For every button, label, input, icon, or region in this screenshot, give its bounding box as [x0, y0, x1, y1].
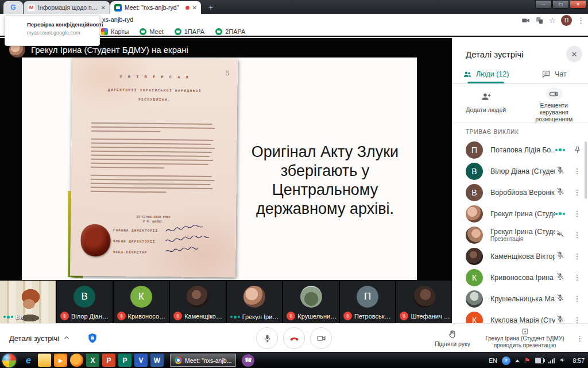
browser-menu-icon[interactable]: ⋮: [577, 17, 585, 24]
privacy-check-popup[interactable]: Перевірка конфіденційності myaccount.goo…: [5, 15, 100, 46]
help-tray-icon[interactable]: ?: [502, 356, 510, 365]
participant-row[interactable]: К Кривоносова Ірина (Ст... ⋮: [452, 267, 588, 288]
bookmark-item[interactable]: Meet: [140, 28, 163, 35]
mic-off-icon: [556, 272, 564, 283]
bookmark-item[interactable]: 2ПАРА: [215, 28, 245, 35]
tab-meet[interactable]: Meet: "nxs-anjb-ryd" ✕: [110, 1, 201, 14]
participant-name: Куклова Марія (Студе...: [490, 316, 555, 324]
file-explorer-icon[interactable]: [38, 354, 51, 367]
panel-title: Деталі зустрічі: [466, 49, 566, 59]
video-tile[interactable]: К Кривоносов...: [114, 281, 169, 323]
video-tile[interactable]: Штефанич О...: [396, 281, 452, 323]
participant-menu-button[interactable]: ⋮: [572, 231, 582, 239]
participant-menu-button[interactable]: ⋮: [572, 252, 582, 260]
firefox-icon[interactable]: [70, 354, 83, 367]
participant-menu-button[interactable]: ⋮: [572, 167, 582, 175]
add-people-button[interactable]: Додати людей: [452, 84, 520, 122]
security-shield-icon[interactable]: [87, 332, 98, 344]
camera-button[interactable]: [310, 327, 332, 349]
participant-menu-button[interactable]: ⋮: [572, 210, 582, 217]
video-tile[interactable]: Крушельниц...: [283, 281, 339, 323]
participant-row[interactable]: В Вілор Діана (Студент ... ⋮: [452, 160, 588, 182]
close-window-button[interactable]: ✕: [570, 0, 586, 9]
bookmark-star-icon[interactable]: ☆: [549, 17, 556, 24]
video-tile[interactable]: В Вілор Діана (...: [57, 281, 113, 323]
self-video-tile[interactable]: Ви: [0, 281, 56, 323]
word-icon[interactable]: W: [150, 354, 164, 367]
scrollbar[interactable]: [585, 141, 587, 199]
host-controls-button[interactable]: Елементи керування розміщенням: [520, 84, 588, 122]
participant-row[interactable]: Крушельницька Марія ... ⋮: [452, 288, 588, 309]
media-player-icon[interactable]: ▶: [54, 354, 67, 367]
url-text[interactable]: xs-anjb-ryd: [102, 16, 133, 23]
tab-people[interactable]: Люди (12): [452, 64, 520, 83]
language-indicator[interactable]: EN: [489, 357, 497, 364]
close-tab-icon[interactable]: ✕: [192, 5, 197, 11]
publisher-icon[interactable]: P: [118, 354, 131, 367]
participant-row[interactable]: К Куклова Марія (Студе... ⋮: [452, 309, 588, 323]
bookmark-label: 1ПАРА: [184, 28, 204, 35]
profile-avatar[interactable]: П: [561, 15, 572, 26]
close-panel-button[interactable]: ✕: [566, 46, 582, 62]
clock[interactable]: 8:57: [573, 357, 585, 364]
presenting-status[interactable]: Грекул Ірина (Студент БДМУ) проводить пр…: [482, 328, 568, 349]
meet-icon: [114, 4, 122, 12]
action-center-flag-icon[interactable]: ⚑: [524, 357, 531, 364]
bookmark-item[interactable]: 1ПАРА: [175, 28, 204, 35]
document-heading: РЕСПУБЛІКИ,: [72, 97, 237, 102]
powerpoint-icon[interactable]: P: [102, 354, 115, 367]
video-tile[interactable]: П Петровська ...: [340, 281, 396, 323]
visio-icon[interactable]: V: [134, 354, 148, 367]
bookmark-item[interactable]: Карты: [101, 28, 129, 35]
avatar: В: [74, 286, 95, 308]
speaking-indicator: [3, 316, 13, 319]
active-task-label: Meet: "nxs-anjb...: [185, 357, 231, 364]
participant-row[interactable]: П Потапова Лідія Бо... (Ви): [452, 139, 588, 160]
tray-expand-icon[interactable]: [515, 359, 520, 362]
more-options-icon[interactable]: ⋮: [576, 335, 583, 342]
participant-row[interactable]: В Воробйова Вероніка (... ⋮: [452, 182, 588, 203]
microphone-button[interactable]: [256, 327, 278, 349]
avatar: [466, 205, 483, 223]
participant-menu-button[interactable]: ⋮: [572, 316, 582, 323]
chevron-up-icon[interactable]: [63, 334, 71, 342]
mic-off-icon: [556, 293, 564, 304]
participant-subtitle: Презентація: [490, 236, 555, 242]
start-button[interactable]: [2, 354, 16, 367]
video-tile[interactable]: Каменщіков...: [170, 281, 226, 323]
translate-icon[interactable]: [535, 16, 544, 25]
tab-chat[interactable]: Чат: [520, 64, 588, 83]
avatar: [243, 286, 265, 308]
participant-menu-button[interactable]: ⋮: [572, 189, 582, 196]
toggle-icon: [548, 89, 559, 99]
pinned-google-tab[interactable]: G: [3, 1, 23, 14]
participant-menu-button[interactable]: ⋮: [572, 274, 582, 281]
excel-icon[interactable]: X: [86, 354, 99, 367]
meeting-details-toggle-label[interactable]: Деталі зустрічі: [9, 334, 59, 343]
network-signal-icon[interactable]: [548, 358, 555, 363]
tab-gmail[interactable]: M Інформація щодо проведення ✕: [24, 1, 110, 14]
participant-row[interactable]: Каменщікова Вікторія (... ⋮: [452, 246, 588, 267]
popup-subtitle: myaccount.google.com: [27, 30, 95, 36]
internet-explorer-icon[interactable]: e: [22, 354, 35, 367]
minimize-button[interactable]: —: [535, 0, 552, 9]
battery-icon[interactable]: [535, 358, 544, 363]
participant-name: Воробйова Вероніка (...: [490, 189, 555, 197]
viber-icon[interactable]: ☎: [242, 354, 254, 367]
participant-label: Каменщіков...: [184, 313, 224, 320]
video-tile[interactable]: Грекул Ірина ...: [227, 281, 283, 323]
participant-row[interactable]: Грекул Ірина (Студент ...Презентація ⋮: [452, 224, 588, 246]
pin-button[interactable]: [572, 145, 582, 154]
participant-row[interactable]: Грекул Ірина (Студент ... ⋮: [452, 203, 588, 224]
participant-menu-button[interactable]: ⋮: [572, 295, 582, 302]
end-call-button[interactable]: [283, 327, 305, 349]
close-tab-icon[interactable]: ✕: [101, 5, 106, 11]
participant-label: Штефанич О...: [411, 313, 450, 320]
maximize-button[interactable]: ▢: [552, 0, 569, 9]
new-tab-button[interactable]: +: [204, 2, 217, 13]
camera-indicator-icon[interactable]: [521, 16, 530, 25]
active-task-button[interactable]: Meet: "nxs-anjb...: [170, 354, 236, 367]
avatar: [413, 286, 435, 308]
raise-hand-button[interactable]: Підняти руку: [431, 329, 474, 347]
speaker-icon[interactable]: [559, 355, 566, 366]
